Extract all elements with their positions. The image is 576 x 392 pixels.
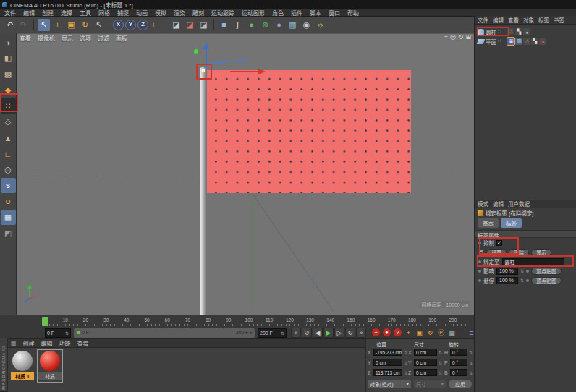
menu-item[interactable]: 创建 — [42, 9, 54, 17]
menu-item[interactable]: 模拟 — [155, 9, 166, 17]
show-points-button[interactable]: 显示 — [531, 249, 551, 256]
locked-workplane-icon[interactable]: ◩ — [1, 226, 16, 241]
current-frame-field[interactable]: 0 F⇅ — [45, 328, 71, 338]
tab-tag[interactable]: 标签 — [501, 218, 522, 228]
hover-vertex-map-button[interactable]: 顶点贴图 — [531, 277, 562, 284]
workplane-mode-icon[interactable]: ◆ — [1, 82, 16, 98]
menu-item[interactable]: 编辑 — [41, 339, 53, 347]
record-rotation-toggle[interactable]: ↻ — [425, 328, 435, 337]
view-pan-icon[interactable]: + — [444, 33, 448, 41]
floor-environment-icon[interactable]: ▦ — [287, 19, 299, 31]
cloth-tag[interactable]: ▥ — [515, 38, 522, 45]
quantize-icon[interactable]: ▦ — [1, 210, 16, 225]
point-selection-tag[interactable]: ∴ — [507, 28, 514, 35]
redo-icon[interactable]: ↷ — [17, 19, 30, 31]
enable-axis-icon[interactable]: ∟ — [1, 146, 16, 161]
autokey-button[interactable]: ● — [382, 328, 391, 337]
tick-item[interactable]: 40 — [117, 316, 137, 326]
influence-vertex-map-button[interactable]: 顶点贴图 — [531, 268, 562, 275]
record-scale-toggle[interactable]: ▣ — [415, 328, 424, 337]
point-selection-tag[interactable]: ∴ — [523, 38, 530, 45]
menu-item[interactable]: 渲染 — [174, 9, 185, 17]
position-y-field[interactable]: 0 cm — [373, 359, 402, 366]
rotation-p-field[interactable]: 0 ° — [450, 359, 467, 366]
menu-item[interactable]: 创建 — [23, 339, 35, 347]
vpm-item[interactable]: 面板 — [116, 34, 127, 42]
next-frame-button[interactable]: ▷ — [334, 328, 344, 338]
menu-item[interactable]: 角色 — [272, 9, 284, 17]
undo-icon[interactable]: ↶ — [4, 19, 16, 31]
selected-point-marker[interactable] — [202, 69, 205, 72]
viewport[interactable]: 查看摄像机显示选项过滤面板 +◎↻⊞ 网格间距 : 10000 cm — [17, 33, 474, 315]
menu-item[interactable]: 运动跟踪 — [211, 9, 234, 17]
loop-button[interactable]: ↻ — [345, 328, 355, 338]
menu-item[interactable]: 运动图形 — [242, 9, 265, 17]
rotate-tool-icon[interactable]: ↻ — [79, 19, 91, 31]
menu-item[interactable]: 模式 — [478, 200, 488, 208]
model-mode-icon[interactable]: ◧ — [1, 51, 16, 66]
object-row-plane[interactable]: 平面 ∷ ▣▥∴▚● — [475, 37, 576, 46]
keyframe-selection-button[interactable]: ? — [393, 328, 402, 337]
edit-render-settings-icon[interactable]: ◪ — [198, 19, 210, 31]
material-item-1[interactable]: 材质 1 — [10, 350, 35, 382]
light-icon[interactable]: ☼ — [314, 19, 326, 31]
spinner-icon[interactable]: ⇅ — [65, 331, 69, 336]
deformer-icon[interactable]: ● — [273, 19, 285, 31]
spinner-icon[interactable]: ⇅ — [520, 268, 524, 273]
vpm-item[interactable]: 查看 — [20, 34, 31, 42]
visibility-dots-icon[interactable]: ∷ — [498, 38, 501, 44]
tick-item[interactable]: 180 — [402, 316, 422, 326]
clear-points-button[interactable]: 清除 — [509, 249, 529, 256]
timeline-playhead[interactable] — [42, 317, 48, 326]
size-z-field[interactable]: 0 cm — [414, 369, 437, 376]
tick-item[interactable]: 20 — [75, 316, 96, 326]
tick-item[interactable]: 130 — [300, 316, 320, 326]
end-frame-field[interactable]: 200 F⇅ — [258, 328, 287, 338]
apply-button[interactable]: 应用 — [449, 380, 472, 388]
play-backward-button[interactable]: ↺ — [302, 328, 312, 338]
tick-item[interactable]: 80 — [198, 316, 219, 326]
tab-basic[interactable]: 基本 — [478, 218, 499, 228]
tick-item[interactable]: 170 — [381, 316, 402, 326]
y-axis-handle-icon[interactable] — [194, 49, 198, 54]
menu-item[interactable]: 文件 — [4, 9, 16, 17]
points-mode-icon[interactable]: ∷ — [1, 98, 16, 114]
make-editable-icon[interactable]: ◑ — [1, 35, 16, 50]
scale-tool-icon[interactable]: ▣ — [65, 19, 77, 31]
camera-icon[interactable]: ◉ — [300, 19, 313, 31]
magnet-tool-icon[interactable]: U — [1, 194, 16, 209]
menu-item[interactable]: 标签 — [538, 16, 549, 24]
menu-item[interactable]: 查看 — [77, 339, 89, 347]
texture-tag[interactable]: ● — [523, 28, 530, 35]
previous-frame-button[interactable]: ◀ — [313, 328, 323, 338]
position-z-field[interactable]: 113.713 cm — [373, 369, 402, 376]
menu-item[interactable]: 捕捉 — [117, 9, 129, 17]
phong-tag[interactable]: ▚ — [515, 28, 522, 35]
menu-item[interactable]: 雕刻 — [192, 9, 204, 17]
menu-item[interactable]: 书签 — [554, 16, 564, 24]
tick-item[interactable]: 150 — [341, 316, 361, 326]
goto-start-button[interactable]: « — [291, 328, 301, 338]
restrain-checkbox[interactable]: ✓ — [496, 240, 502, 246]
menu-item[interactable]: 编辑 — [23, 9, 35, 17]
plane-flag-object[interactable] — [207, 70, 411, 193]
size-x-field[interactable]: 0 cm — [414, 349, 437, 356]
hover-field[interactable]: 100 % — [496, 277, 518, 284]
last-tool-icon[interactable]: ↖ — [93, 19, 105, 31]
texture-mode-icon[interactable]: ▩ — [1, 67, 16, 82]
influence-field[interactable]: 100 % — [496, 268, 518, 275]
goto-end-button[interactable]: » — [356, 328, 366, 338]
render-view-icon[interactable]: ◪ — [170, 19, 182, 31]
coordinate-system-icon[interactable]: ∟ — [150, 19, 162, 31]
vpm-item[interactable]: 摄像机 — [38, 34, 55, 42]
vpm-item[interactable]: 显示 — [62, 34, 73, 42]
spline-pen-icon[interactable]: ʃ — [232, 19, 244, 31]
menu-item[interactable]: 功能 — [59, 339, 71, 347]
menu-item[interactable]: 用户数据 — [508, 200, 530, 208]
menu-item[interactable]: 插件 — [291, 9, 302, 17]
tick-item[interactable]: 10 — [55, 316, 75, 326]
menu-item[interactable]: 网格 — [98, 9, 110, 17]
menu-item[interactable]: 编辑 — [493, 200, 504, 208]
edges-mode-icon[interactable]: ◇ — [1, 114, 16, 129]
phong-tag[interactable]: ▚ — [531, 38, 538, 45]
